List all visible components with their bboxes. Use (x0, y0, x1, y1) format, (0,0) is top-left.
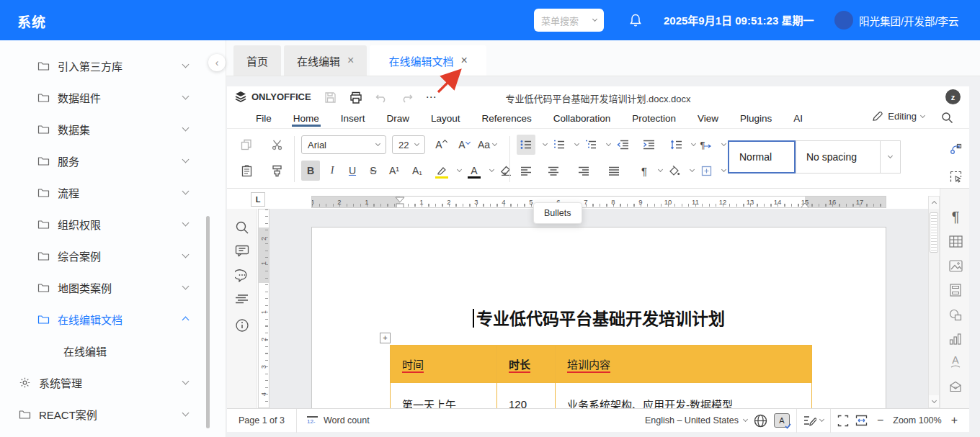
table-cell[interactable]: 第一天上午 (391, 383, 497, 409)
menu-search-box[interactable]: 菜单搜索 (534, 9, 604, 32)
borders-button[interactable] (697, 161, 716, 181)
paragraph-settings-button[interactable]: ¶ (948, 209, 963, 225)
tab-close-icon[interactable]: × (347, 55, 354, 66)
shape-settings-button[interactable] (948, 307, 963, 323)
menu-tab[interactable]: Layout (429, 110, 462, 127)
navigation-headings-button[interactable] (235, 294, 249, 308)
paste-button[interactable] (237, 161, 256, 181)
menu-tab[interactable]: Protection (631, 110, 677, 127)
table-header-cell[interactable]: 时长 (497, 346, 556, 383)
document-canvas[interactable]: 专业低代码平台基础开发培训计划 + 时间 时长 培训内容 第一天上午 120 业… (270, 209, 928, 408)
font-size-select[interactable]: 22 (392, 135, 425, 154)
sidebar-item[interactable]: 流程 (0, 176, 226, 208)
tab-stop-selector[interactable]: L (251, 192, 265, 207)
justify-button[interactable] (605, 161, 623, 181)
collaborator-badge[interactable]: z (945, 89, 961, 104)
tab-close-icon[interactable]: × (460, 55, 467, 66)
align-left-button[interactable] (517, 161, 535, 181)
indent-markers[interactable] (312, 197, 886, 208)
page-tab[interactable]: 在线编辑文档 × (370, 45, 486, 76)
table-header-cell[interactable]: 培训内容 (556, 346, 812, 383)
mail-merge-settings-button[interactable] (948, 379, 963, 395)
document-heading[interactable]: 专业低代码平台基础开发培训计划 (312, 305, 886, 330)
editor-search-button[interactable] (941, 112, 953, 124)
menu-tab[interactable]: Collaboration (552, 110, 612, 127)
more-actions-button[interactable]: ⋯ (423, 90, 439, 104)
align-right-button[interactable] (574, 161, 593, 181)
page-tab[interactable]: 在线编辑 × (284, 45, 367, 76)
menu-tab[interactable]: Insert (339, 110, 367, 127)
increase-indent-button[interactable] (639, 135, 658, 155)
document-table[interactable]: 时间 时长 培训内容 第一天上午 120 业务系统架构、应用开发-数据模型 (390, 345, 812, 408)
style-no-spacing[interactable]: No spacing (796, 140, 881, 174)
menu-tab[interactable]: Draw (386, 110, 411, 127)
italic-button[interactable]: I (323, 161, 342, 181)
image-settings-button[interactable] (948, 258, 963, 274)
subscript-button[interactable]: A₁ (408, 161, 427, 181)
menu-tab[interactable]: File (254, 110, 273, 127)
sidebar-item[interactable]: 综合案例 (0, 240, 226, 271)
sidebar-item[interactable]: 引入第三方库 (0, 50, 226, 81)
format-painter-button[interactable] (267, 161, 286, 181)
sidebar-item[interactable]: 系统管理 (0, 366, 226, 398)
comments-button[interactable] (235, 245, 249, 259)
menu-tab[interactable]: Home (292, 110, 321, 127)
style-normal[interactable]: Normal (728, 140, 796, 174)
table-header-cell[interactable]: 时间 (391, 346, 497, 383)
fit-width-button[interactable] (855, 415, 868, 426)
text-art-settings-button[interactable]: A (948, 354, 963, 370)
sidebar-item[interactable]: REACT案例 (0, 398, 226, 430)
decrease-indent-button[interactable] (613, 135, 632, 155)
line-spacing-button[interactable] (667, 135, 685, 155)
shading-button[interactable] (665, 161, 684, 181)
paragraph-direction-button[interactable]: ¶ (697, 135, 716, 155)
page-indicator[interactable]: Page 1 of 3 (227, 415, 296, 425)
sidebar-item[interactable]: 数据组件 (0, 81, 226, 113)
copy-button[interactable] (237, 135, 256, 155)
sidebar-item[interactable]: 组织权限 (0, 208, 226, 240)
clear-formatting-button[interactable] (496, 161, 515, 181)
page-tab[interactable]: 首页 × (233, 45, 281, 76)
track-changes-button[interactable] (803, 415, 824, 426)
set-document-language-button[interactable] (754, 414, 767, 428)
change-case-button[interactable]: Aa (478, 135, 496, 155)
align-center-button[interactable] (544, 161, 563, 181)
scroll-down-button[interactable] (929, 395, 939, 407)
header-footer-settings-button[interactable] (948, 282, 963, 298)
scroll-up-button[interactable] (929, 197, 939, 209)
notification-bell-icon[interactable] (628, 13, 643, 27)
sidebar-item[interactable]: 在线编辑文档 (0, 303, 226, 335)
redo-button[interactable] (398, 90, 414, 104)
spell-check-toggle[interactable]: A (774, 413, 790, 428)
superscript-button[interactable]: A¹ (385, 161, 404, 181)
find-button[interactable] (235, 220, 249, 235)
menu-tab[interactable]: References (481, 110, 533, 127)
sidebar-item[interactable]: 服务 (0, 145, 226, 176)
replace-button[interactable] (946, 139, 965, 159)
editing-mode-dropdown[interactable]: Editing (872, 111, 925, 122)
document-page[interactable]: 专业低代码平台基础开发培训计划 + 时间 时长 培训内容 第一天上午 120 业… (311, 227, 886, 408)
sidebar-item[interactable]: 地图类案例 (0, 271, 226, 303)
sidebar-item[interactable]: 数据集 (0, 113, 226, 145)
highlight-color-button[interactable] (432, 161, 451, 181)
sidebar-item[interactable]: 在线编辑 (0, 335, 226, 366)
save-button[interactable] (322, 90, 338, 104)
table-cell[interactable]: 业务系统架构、应用开发-数据模型 (556, 383, 812, 409)
user-name[interactable]: 阳光集团/开发部/李云 (859, 13, 959, 28)
sidebar-scrollbar[interactable] (206, 216, 210, 428)
strikethrough-button[interactable]: S (364, 161, 383, 181)
user-avatar[interactable] (834, 11, 853, 30)
scrollbar-thumb[interactable] (930, 212, 938, 253)
cut-button[interactable] (267, 135, 286, 155)
decrement-font-size-button[interactable]: A (455, 135, 473, 155)
menu-tab[interactable]: AI (792, 110, 804, 127)
horizontal-ruler[interactable]: 3211234567891011121314151617 (311, 196, 886, 208)
underline-button[interactable]: U (343, 161, 362, 181)
table-settings-button[interactable] (948, 233, 963, 249)
numbering-button[interactable] (550, 135, 569, 155)
multilevel-list-button[interactable] (582, 135, 600, 155)
document-scrollbar[interactable] (928, 196, 940, 408)
zoom-in-button[interactable]: + (948, 414, 961, 427)
menu-tab[interactable]: View (696, 110, 720, 127)
print-button[interactable] (348, 90, 364, 104)
